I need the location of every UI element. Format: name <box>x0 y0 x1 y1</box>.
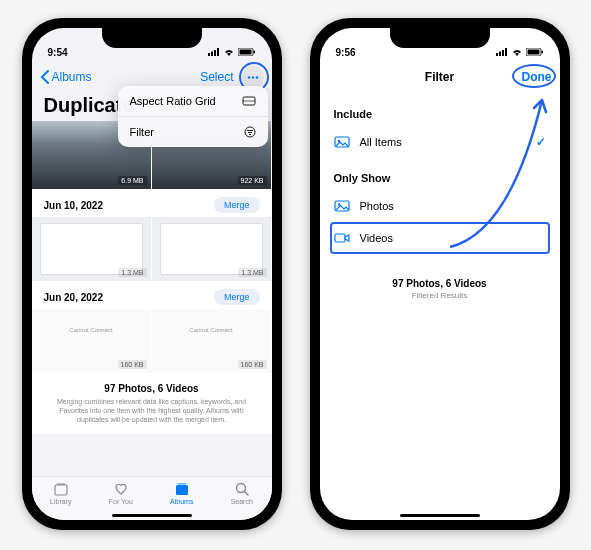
tab-library[interactable]: Library <box>50 481 71 520</box>
section-include: Include <box>320 94 560 126</box>
svg-rect-22 <box>496 53 498 56</box>
size-badge: 1.3 MB <box>118 268 146 277</box>
svg-rect-18 <box>176 485 188 495</box>
svg-point-9 <box>255 76 257 78</box>
row-all-items[interactable]: All Items ✓ <box>320 126 560 158</box>
thumbnail[interactable]: Cannot Connect 160 KB <box>32 309 152 373</box>
svg-rect-1 <box>211 52 213 57</box>
popover-menu: Aspect Ratio Grid Filter <box>118 86 268 147</box>
svg-rect-19 <box>177 483 186 485</box>
back-button[interactable]: Albums <box>40 70 92 84</box>
merge-button[interactable]: Merge <box>214 289 260 305</box>
svg-rect-25 <box>505 48 507 56</box>
summary-counts: 97 Photos, 6 Videos <box>46 383 258 394</box>
more-button[interactable] <box>242 66 264 88</box>
merge-button[interactable]: Merge <box>214 197 260 213</box>
filtered-summary: 97 Photos, 6 Videos Filtered Results <box>320 278 560 300</box>
size-badge: 160 KB <box>238 360 267 369</box>
nav-bar: Filter Done <box>320 60 560 94</box>
select-button[interactable]: Select <box>200 70 233 84</box>
summary: 97 Photos, 6 Videos Merging combines rel… <box>32 373 272 434</box>
summary-desc: Merging combines relevant data like capt… <box>46 397 258 424</box>
svg-line-21 <box>244 492 248 496</box>
duplicate-group-3[interactable]: Cannot Connect 160 KB Cannot Connect 160… <box>32 309 272 373</box>
svg-rect-28 <box>541 51 543 54</box>
svg-rect-16 <box>55 485 67 495</box>
menu-aspect-ratio-grid[interactable]: Aspect Ratio Grid <box>118 86 268 117</box>
photos-icon <box>334 198 350 214</box>
thumbnail[interactable]: 1.3 MB <box>152 217 272 281</box>
svg-rect-3 <box>217 48 219 56</box>
phone-right: 9:56 Filter Done Include All Items <box>310 18 570 530</box>
ellipsis-icon <box>247 76 259 79</box>
thumbnail[interactable]: 1.3 MB <box>32 217 152 281</box>
menu-filter[interactable]: Filter <box>118 117 268 147</box>
videos-icon <box>334 230 350 246</box>
svg-rect-6 <box>253 51 255 54</box>
checkmark-icon: ✓ <box>536 135 546 149</box>
size-badge: 160 KB <box>118 360 147 369</box>
duplicate-group-2-header: Jun 10, 2022 Merge <box>32 189 272 217</box>
content[interactable]: Apr 18, 2022 6.9 MB 922 KB Jun 10, 2022 … <box>32 121 272 513</box>
phone-left: 9:54 Albums Select <box>22 18 282 530</box>
screen-right: 9:56 Filter Done Include All Items <box>320 28 560 520</box>
albums-icon <box>174 481 190 497</box>
size-badge: 922 KB <box>238 176 267 185</box>
section-only-show: Only Show <box>320 158 560 190</box>
tab-label: Library <box>50 498 71 505</box>
home-indicator[interactable] <box>400 514 480 517</box>
battery-icon <box>526 47 544 58</box>
wifi-icon <box>223 47 235 58</box>
status-right <box>208 47 256 58</box>
done-button[interactable]: Done <box>522 70 552 84</box>
duplicate-group-3-header: Jun 20, 2022 Merge <box>32 281 272 309</box>
row-label: All Items <box>360 136 402 148</box>
tab-label: Albums <box>170 498 193 505</box>
notch <box>102 28 202 48</box>
tab-bar: Library For You Albums Search <box>32 476 272 520</box>
back-label: Albums <box>52 70 92 84</box>
grid-icon <box>242 96 256 106</box>
signal-icon <box>208 47 220 58</box>
library-icon <box>53 481 69 497</box>
battery-icon <box>238 47 256 58</box>
tab-label: Search <box>231 498 253 505</box>
duplicate-group-2[interactable]: 1.3 MB 1.3 MB <box>32 217 272 281</box>
group-date: Jun 10, 2022 <box>44 200 103 211</box>
status-time: 9:54 <box>48 47 68 58</box>
svg-rect-27 <box>527 50 539 55</box>
cannot-connect-label: Cannot Connect <box>32 327 151 333</box>
filter-icon <box>244 126 256 138</box>
tab-search[interactable]: Search <box>231 481 253 520</box>
nav-right: Select <box>200 66 263 88</box>
row-label: Photos <box>360 200 394 212</box>
svg-point-7 <box>247 76 249 78</box>
chevron-left-icon <box>40 70 50 84</box>
svg-rect-0 <box>208 53 210 56</box>
search-icon <box>234 481 250 497</box>
notch <box>390 28 490 48</box>
row-photos[interactable]: Photos <box>320 190 560 222</box>
svg-rect-24 <box>502 50 504 56</box>
menu-item-label: Aspect Ratio Grid <box>130 95 216 107</box>
svg-rect-33 <box>335 234 345 242</box>
wifi-icon <box>511 47 523 58</box>
svg-rect-17 <box>56 484 65 485</box>
row-videos[interactable]: Videos <box>320 222 560 254</box>
signal-icon <box>496 47 508 58</box>
summary-counts: 97 Photos, 6 Videos <box>320 278 560 289</box>
status-right <box>496 47 544 58</box>
heart-icon <box>113 481 129 497</box>
svg-point-12 <box>245 127 255 137</box>
status-time: 9:56 <box>336 47 356 58</box>
group-date: Jun 20, 2022 <box>44 292 103 303</box>
svg-point-8 <box>251 76 253 78</box>
screen-left: 9:54 Albums Select <box>32 28 272 520</box>
cannot-connect-label: Cannot Connect <box>152 327 271 333</box>
size-badge: 6.9 MB <box>118 176 146 185</box>
summary-sub: Filtered Results <box>320 291 560 300</box>
size-badge: 1.3 MB <box>238 268 266 277</box>
thumbnail[interactable]: Cannot Connect 160 KB <box>152 309 272 373</box>
all-items-icon <box>334 134 350 150</box>
home-indicator[interactable] <box>112 514 192 517</box>
